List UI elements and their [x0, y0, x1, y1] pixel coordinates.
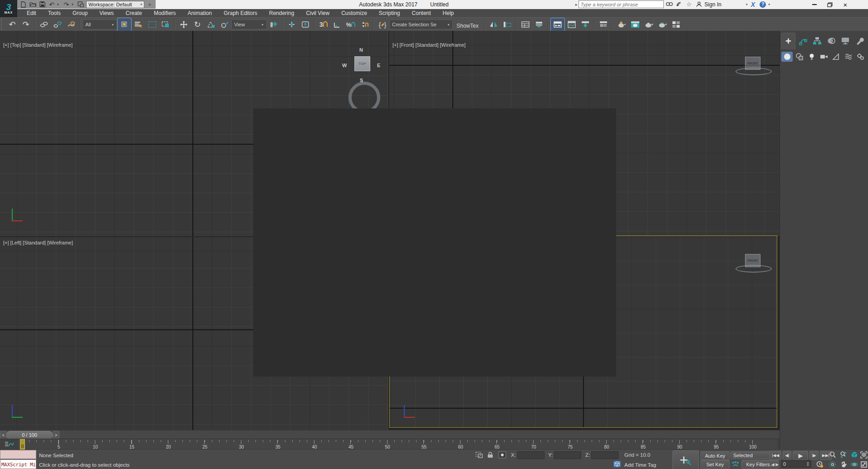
undo-dropdown-arrow[interactable]: ▾ [57, 3, 61, 6]
category-helpers[interactable] [830, 52, 842, 62]
project-folder-icon[interactable] [77, 1, 85, 8]
category-geometry[interactable] [781, 52, 793, 62]
menu-item-graph-editors[interactable]: Graph Editors [218, 9, 263, 17]
undo-icon[interactable]: ↶ [48, 1, 56, 8]
zoom-extents-icon[interactable] [849, 451, 859, 459]
tab-motion[interactable] [824, 33, 838, 49]
menu-item-rendering[interactable]: Rendering [263, 9, 300, 17]
isolate-selection-toggle[interactable] [613, 460, 622, 468]
maximize-viewport-toggle[interactable] [859, 460, 868, 469]
menu-item-content[interactable]: Content [406, 9, 437, 17]
rendered-frame-window-button[interactable] [628, 18, 642, 31]
maximize-button[interactable] [822, 0, 838, 9]
pan-hand-icon[interactable] [839, 460, 848, 469]
select-and-move-button[interactable] [177, 18, 191, 31]
menu-item-group[interactable]: Group [67, 9, 93, 17]
viewcube-north-label[interactable]: N [359, 47, 363, 53]
absolute-mode-toggle[interactable] [497, 451, 507, 459]
time-configuration-icon[interactable] [815, 460, 825, 469]
spinner-snap-toggle[interactable] [358, 18, 371, 31]
angle-snap-toggle[interactable] [330, 18, 344, 31]
toggle-layer-explorer-button[interactable] [532, 18, 546, 31]
menu-item-scripting[interactable]: Scripting [373, 9, 406, 17]
snaps-toggle-3d[interactable]: 3 [317, 18, 330, 31]
search-expander-icon[interactable]: ▸ [575, 2, 578, 7]
tab-modify[interactable] [796, 33, 809, 49]
y-coordinate-field[interactable] [554, 451, 581, 459]
next-frame-button[interactable]: > [53, 431, 59, 439]
menu-item-modifiers[interactable]: Modifiers [148, 9, 182, 17]
next-frame-button[interactable]: |▶ [809, 451, 818, 460]
close-button[interactable]: × [838, 0, 853, 9]
open-mini-curve-editor-button[interactable] [0, 439, 19, 449]
category-shapes[interactable] [794, 52, 805, 62]
category-cameras[interactable] [818, 52, 829, 62]
communication-center-icon[interactable] [675, 1, 684, 8]
search-icon[interactable] [665, 1, 674, 8]
exchange-apps-icon[interactable]: X [748, 1, 757, 8]
crossing-selection-icon[interactable] [475, 451, 484, 459]
select-and-scale-button[interactable] [204, 18, 218, 31]
reference-coordinate-dropdown[interactable]: View▼ [231, 20, 267, 29]
sign-in-dropdown-arrow[interactable]: ▾ [746, 3, 748, 6]
x-coordinate-field[interactable] [517, 451, 544, 459]
time-slider-handle[interactable]: 0 / 100 [6, 431, 53, 439]
zoom-tool-icon[interactable] [828, 451, 838, 459]
dope-sheet-button[interactable] [579, 18, 592, 31]
category-lights[interactable] [806, 52, 817, 62]
toggle-scene-explorer-button[interactable] [519, 18, 532, 31]
select-and-link-icon[interactable] [37, 18, 51, 31]
select-and-manipulate-button[interactable] [285, 18, 299, 31]
orbit-icon[interactable] [849, 460, 859, 469]
undo-scene-button[interactable]: ↶ [5, 18, 19, 31]
favorites-star-icon[interactable]: ☆ [685, 1, 694, 8]
menu-item-customize[interactable]: Customize [335, 9, 373, 17]
open-file-icon[interactable] [29, 1, 37, 8]
toolbar-drag-handle[interactable] [1, 19, 5, 30]
viewport-left-label[interactable]: [+] [Left] [Standard] [Wireframe] [3, 240, 73, 245]
zoom-extents-all-icon[interactable] [859, 451, 868, 459]
save-file-icon[interactable] [38, 1, 46, 8]
named-selection-sets-dropdown[interactable]: Create Selection Se▼ [389, 20, 453, 29]
category-space-warps[interactable] [843, 52, 854, 62]
field-of-view-region-icon[interactable] [828, 460, 838, 469]
frame-spinner[interactable]: ▲▼ [806, 461, 809, 467]
viewcube-ring-front[interactable] [736, 68, 772, 75]
z-coordinate-field[interactable] [591, 451, 618, 459]
viewcube-west-label[interactable]: W [342, 63, 347, 68]
help-dropdown-arrow[interactable]: ▾ [768, 3, 770, 6]
viewcube-top-face[interactable]: TOP [354, 56, 370, 71]
viewport-front-label[interactable]: [+] [Front] [Standard] [Wireframe] [392, 42, 466, 48]
render-in-a360-button[interactable] [656, 18, 669, 31]
menu-item-views[interactable]: Views [93, 9, 120, 17]
select-by-name-button[interactable] [132, 18, 145, 31]
showtex-button[interactable]: ShowTex [453, 20, 482, 29]
search-input[interactable] [579, 0, 664, 8]
viewcube-east-label[interactable]: E [377, 63, 380, 68]
viewcube-ring-active[interactable] [736, 265, 772, 273]
auto-key-button[interactable]: Auto Key [701, 451, 730, 460]
workspace-dropdown[interactable]: Workspace: Default ▾ [86, 1, 144, 8]
set-key-button[interactable]: Set Key [701, 460, 730, 469]
render-setup-button[interactable] [642, 18, 656, 31]
selection-lock-toggle[interactable] [485, 451, 495, 459]
redo-dropdown-arrow[interactable]: ▾ [72, 3, 75, 6]
tab-create[interactable]: + [781, 33, 795, 49]
set-keys-button[interactable]: + [672, 450, 699, 469]
zoom-all-icon[interactable] [839, 451, 848, 459]
tab-utilities[interactable] [853, 33, 866, 49]
material-editor-button[interactable] [615, 18, 628, 31]
maxscript-mini-listener[interactable]: MAXScript Mi [0, 459, 36, 469]
toggle-ribbon-button[interactable] [550, 18, 565, 31]
rectangular-selection-region-button[interactable] [145, 18, 159, 31]
percent-snap-toggle[interactable]: % [344, 18, 358, 31]
macro-recorder-field[interactable] [0, 450, 36, 459]
select-and-place-button[interactable] [218, 18, 231, 31]
bind-to-space-warp-icon[interactable] [64, 18, 78, 31]
viewport-top-label[interactable]: [+] [Top] [Standard] [Wireframe] [3, 42, 73, 48]
go-to-start-button[interactable]: |◀◀ [770, 451, 781, 460]
unlink-selection-icon[interactable] [51, 18, 64, 31]
menu-item-create[interactable]: Create [120, 9, 148, 17]
redo-scene-button[interactable]: ↷ [19, 18, 33, 31]
keyboard-shortcut-override-toggle[interactable] [299, 18, 312, 31]
